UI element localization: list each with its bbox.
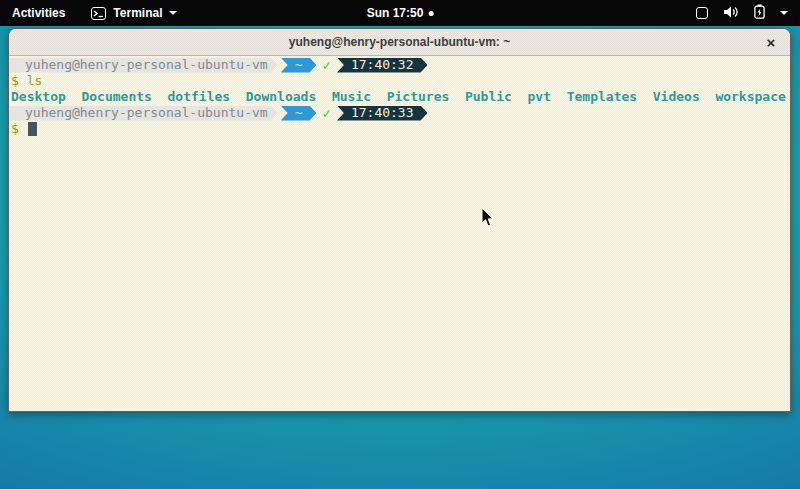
input-line: $	[9, 121, 790, 137]
directory-name: Downloads	[246, 89, 316, 105]
notification-dot-icon	[428, 11, 433, 16]
clock-label: Sun 17:50	[367, 6, 424, 20]
system-menu[interactable]	[696, 4, 788, 22]
prompt-line-2: yuheng@henry-personal-ubuntu-vm ~ ✓ 17:4…	[9, 105, 790, 121]
directory-name: dotfiles	[168, 89, 231, 105]
command-line: $ ls	[9, 73, 790, 89]
close-button[interactable]: ×	[762, 33, 780, 51]
directory-name: workspace	[715, 89, 785, 105]
prompt-line-1: yuheng@henry-personal-ubuntu-vm ~ ✓ 17:4…	[9, 57, 790, 73]
prompt-timestamp: 17:40:33	[337, 106, 428, 121]
battery-charging-icon	[754, 4, 765, 22]
directory-name: pvt	[528, 89, 551, 105]
prompt-char: $	[9, 121, 19, 137]
terminal-icon	[91, 7, 106, 20]
window-title: yuheng@henry-personal-ubuntu-vm: ~	[289, 35, 510, 49]
status-check-icon: ✓	[322, 57, 330, 73]
ls-output: Desktop Documents dotfiles Downloads Mus…	[9, 89, 790, 105]
top-bar-left: Activities Terminal	[12, 6, 177, 20]
mouse-cursor	[481, 208, 496, 233]
terminal-window: yuheng@henry-personal-ubuntu-vm: ~ × yuh…	[8, 28, 791, 412]
prompt-user-host: yuheng@henry-personal-ubuntu-vm	[9, 106, 278, 121]
directory-name: Desktop	[11, 89, 66, 105]
activities-button[interactable]: Activities	[12, 6, 65, 20]
directory-name: Documents	[81, 89, 151, 105]
directory-name: Pictures	[387, 89, 450, 105]
chevron-down-icon	[169, 11, 177, 15]
prompt-char: $	[9, 73, 19, 89]
directory-name: Public	[465, 89, 512, 105]
prompt-timestamp: 17:40:32	[337, 58, 428, 73]
prompt-user-host: yuheng@henry-personal-ubuntu-vm	[9, 58, 278, 73]
desktop: { "topbar": { "activities_label": "Activ…	[0, 0, 800, 489]
prompt-cwd: ~	[281, 58, 317, 73]
status-check-icon: ✓	[322, 105, 330, 121]
display-icon	[696, 7, 708, 19]
clock-button[interactable]: Sun 17:50	[367, 0, 434, 26]
prompt-cwd: ~	[281, 106, 317, 121]
volume-icon	[723, 5, 739, 22]
directory-name: Templates	[567, 89, 637, 105]
app-menu-label: Terminal	[113, 6, 162, 20]
top-bar: Activities Terminal Sun 17:50	[0, 0, 800, 26]
chevron-down-icon	[780, 11, 788, 15]
directory-name: Videos	[653, 89, 700, 105]
directory-name: Music	[332, 89, 371, 105]
app-menu-terminal[interactable]: Terminal	[91, 6, 177, 20]
terminal-screen[interactable]: yuheng@henry-personal-ubuntu-vm ~ ✓ 17:4…	[9, 56, 790, 412]
command-text: ls	[27, 73, 43, 89]
window-titlebar[interactable]: yuheng@henry-personal-ubuntu-vm: ~ ×	[9, 29, 790, 56]
terminal-cursor	[28, 122, 37, 136]
